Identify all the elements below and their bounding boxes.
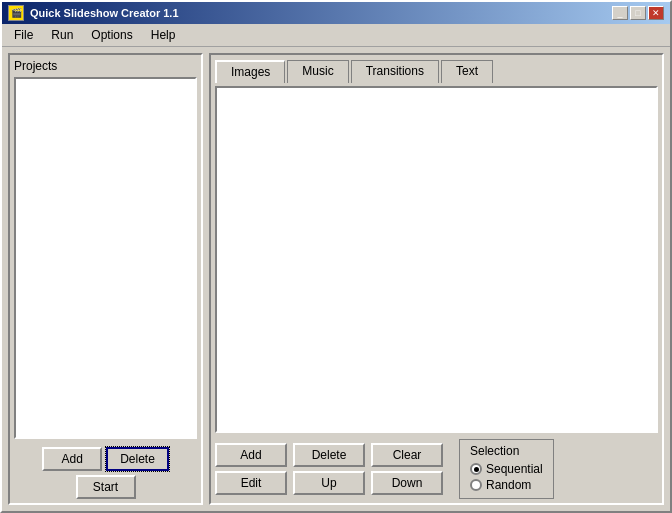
right-panel: Images Music Transitions Text Add Delete… bbox=[209, 53, 664, 505]
bottom-buttons: Add Delete Clear Edit Up Down Selection bbox=[215, 439, 658, 499]
selection-panel: Selection Sequential Random bbox=[459, 439, 554, 499]
menu-file[interactable]: File bbox=[6, 26, 41, 44]
projects-add-button[interactable]: Add bbox=[42, 447, 102, 471]
tab-bar: Images Music Transitions Text bbox=[215, 59, 658, 82]
menu-run[interactable]: Run bbox=[43, 26, 81, 44]
main-window: 🎬 Quick Slideshow Creator 1.1 _ □ ✕ File… bbox=[0, 0, 672, 513]
tab-music[interactable]: Music bbox=[287, 60, 348, 83]
radio-sequential-label: Sequential bbox=[486, 462, 543, 476]
left-btn-row-1: Add Delete bbox=[14, 447, 197, 471]
left-btn-row-2: Start bbox=[14, 475, 197, 499]
image-btn-row-1: Add Delete Clear bbox=[215, 443, 443, 467]
title-bar-left: 🎬 Quick Slideshow Creator 1.1 bbox=[8, 5, 179, 21]
minimize-button[interactable]: _ bbox=[612, 6, 628, 20]
images-edit-button[interactable]: Edit bbox=[215, 471, 287, 495]
images-delete-button[interactable]: Delete bbox=[293, 443, 365, 467]
radio-sequential[interactable]: Sequential bbox=[470, 462, 543, 476]
maximize-button[interactable]: □ bbox=[630, 6, 646, 20]
menu-help[interactable]: Help bbox=[143, 26, 184, 44]
projects-list[interactable] bbox=[14, 77, 197, 439]
menu-options[interactable]: Options bbox=[83, 26, 140, 44]
tab-text[interactable]: Text bbox=[441, 60, 493, 83]
projects-start-button[interactable]: Start bbox=[76, 475, 136, 499]
radio-sequential-icon[interactable] bbox=[470, 463, 482, 475]
images-down-button[interactable]: Down bbox=[371, 471, 443, 495]
radio-random-label: Random bbox=[486, 478, 531, 492]
radio-random[interactable]: Random bbox=[470, 478, 543, 492]
left-panel: Projects Add Delete Start bbox=[8, 53, 203, 505]
projects-delete-button[interactable]: Delete bbox=[106, 447, 169, 471]
tab-images[interactable]: Images bbox=[215, 60, 285, 83]
tab-content bbox=[215, 86, 658, 433]
tab-transitions[interactable]: Transitions bbox=[351, 60, 439, 83]
left-panel-buttons: Add Delete Start bbox=[14, 447, 197, 499]
image-buttons: Add Delete Clear Edit Up Down bbox=[215, 443, 443, 495]
image-btn-row-2: Edit Up Down bbox=[215, 471, 443, 495]
images-up-button[interactable]: Up bbox=[293, 471, 365, 495]
app-icon: 🎬 bbox=[8, 5, 24, 21]
images-add-button[interactable]: Add bbox=[215, 443, 287, 467]
radio-random-icon[interactable] bbox=[470, 479, 482, 491]
close-button[interactable]: ✕ bbox=[648, 6, 664, 20]
menubar: File Run Options Help bbox=[2, 24, 670, 47]
images-clear-button[interactable]: Clear bbox=[371, 443, 443, 467]
projects-label: Projects bbox=[14, 59, 197, 73]
title-bar: 🎬 Quick Slideshow Creator 1.1 _ □ ✕ bbox=[2, 2, 670, 24]
title-bar-buttons: _ □ ✕ bbox=[612, 6, 664, 20]
selection-label: Selection bbox=[470, 444, 543, 458]
window-title: Quick Slideshow Creator 1.1 bbox=[30, 7, 179, 19]
main-content: Projects Add Delete Start Images Music T… bbox=[2, 47, 670, 511]
